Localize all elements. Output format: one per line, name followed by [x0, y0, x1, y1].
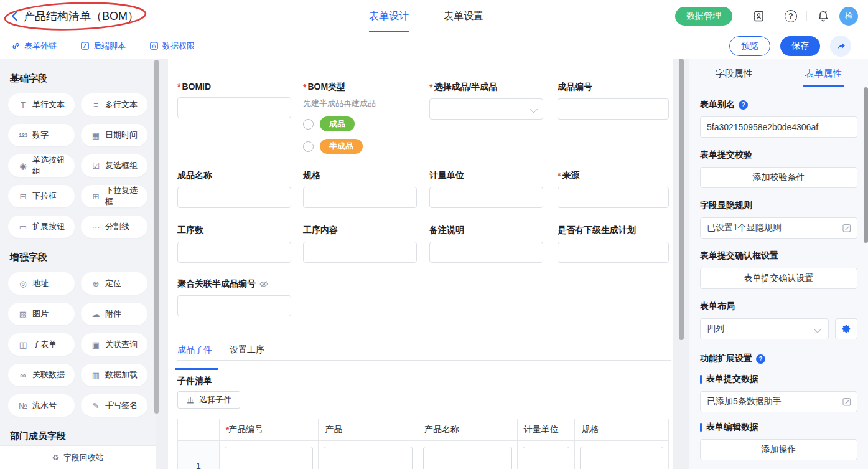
spec-cell-input[interactable] — [580, 447, 663, 469]
back-button[interactable] — [9, 9, 22, 23]
spec-input[interactable] — [303, 187, 417, 208]
sidebar-item-divider-line[interactable]: ⋯分割线 — [81, 216, 147, 238]
help-icon[interactable]: ? — [785, 10, 797, 22]
code-script-icon — [80, 41, 90, 50]
product-code-cell-input[interactable] — [225, 447, 314, 469]
data-manage-button[interactable]: 数据管理 — [675, 7, 732, 26]
save-button[interactable]: 保存 — [780, 36, 820, 56]
field-process-count[interactable]: 工序数 — [177, 225, 291, 263]
submit-check-label: 表单提交校验 — [700, 149, 857, 161]
sidebar-item-radio-group[interactable]: ◉单选按钮组 — [8, 154, 75, 177]
multi-line-text-icon: ≡ — [91, 100, 101, 110]
sidebar-item-select[interactable]: ⊟下拉框 — [8, 185, 75, 207]
contact-book-icon[interactable] — [752, 9, 765, 23]
sidebar-item-linked-data[interactable]: ∞关联数据 — [8, 364, 75, 386]
field-recycle-bin[interactable]: ♻ 字段回收站 — [0, 445, 156, 469]
field-aggregate-code[interactable]: 聚合关联半成品编号 — [177, 278, 291, 316]
tab-form-settings[interactable]: 表单设置 — [444, 0, 483, 32]
form-canvas: *BOMID *BOM类型 先建半成品再建成品 成品 半成品 *选择成品/半成品 — [168, 59, 673, 469]
sidebar-item-datetime[interactable]: ▦日期时间 — [81, 124, 147, 146]
field-product-code[interactable]: 成品编号 — [558, 82, 669, 120]
sidebar-item-single-line-text[interactable]: T单行文本 — [8, 93, 75, 116]
select-product-dropdown[interactable] — [429, 98, 543, 120]
backend-script-button[interactable]: 后端脚本 — [80, 40, 126, 52]
sidebar-item-multi-line-text[interactable]: ≡多行文本 — [81, 93, 147, 116]
add-operation-button[interactable]: 添加操作 — [700, 439, 857, 460]
field-has-sub-plan[interactable]: 是否有下级生成计划 — [558, 225, 669, 263]
sidebar-item-extend-button[interactable]: ▭扩展按钮 — [8, 216, 75, 238]
field-bomid[interactable]: *BOMID — [177, 82, 291, 118]
sidebar-item-lookup[interactable]: ▣关联查询 — [81, 333, 147, 356]
sidebar-item-checkbox-group[interactable]: ☑复选框组 — [81, 154, 147, 177]
layout-gear-button[interactable] — [835, 318, 857, 339]
panel-scrollbar[interactable] — [864, 87, 868, 243]
sidebar-item-signature[interactable]: ✎手写签名 — [81, 394, 147, 417]
source-input[interactable] — [558, 187, 669, 208]
user-avatar[interactable]: 检 — [839, 7, 858, 26]
external-link-button[interactable]: 表单外链 — [11, 40, 57, 52]
product-cell-input[interactable] — [324, 447, 413, 469]
form-alias-input[interactable]: 5fa302150958e2b0de4306af — [700, 116, 857, 138]
field-remark[interactable]: 备注说明 — [429, 225, 543, 263]
sidebar-item-label: 复选框组 — [105, 160, 138, 171]
bom-type-option-semi-finished[interactable]: 半成品 — [303, 139, 417, 154]
radio-icon[interactable] — [303, 119, 314, 130]
field-source[interactable]: *来源 — [558, 170, 669, 208]
page-title[interactable]: 产品结构清单（BOM） — [24, 9, 139, 26]
product-code-input[interactable] — [558, 98, 669, 120]
notification-bell-icon[interactable] — [816, 9, 830, 23]
data-permission-button[interactable]: 数据权限 — [149, 40, 195, 52]
tab-finished-components[interactable]: 成品子件 — [177, 344, 212, 361]
tab-set-process[interactable]: 设置工序 — [230, 344, 264, 361]
bom-type-option-finished[interactable]: 成品 — [303, 116, 417, 131]
unit-input[interactable] — [429, 187, 543, 208]
sidebar-item-image[interactable]: ▨图片 — [8, 303, 75, 325]
backend-script-label: 后端脚本 — [93, 40, 126, 52]
sidebar-item-attachment[interactable]: ☁附件 — [81, 303, 147, 325]
process-count-input[interactable] — [177, 242, 291, 263]
field-product-name[interactable]: 成品名称 — [177, 170, 291, 208]
share-button[interactable] — [830, 36, 851, 57]
sidebar-item-serial-number[interactable]: №流水号 — [8, 394, 75, 417]
canvas-scrollbar[interactable] — [679, 59, 684, 340]
column-unit: 计量单位 — [518, 419, 576, 440]
field-select-product[interactable]: *选择成品/半成品 — [429, 82, 543, 120]
tab-form-design[interactable]: 表单设计 — [369, 0, 409, 32]
remark-input[interactable] — [429, 242, 543, 263]
has-sub-plan-input[interactable] — [558, 242, 669, 263]
sidebar-item-multi-select[interactable]: ⊞下拉复选框 — [81, 185, 147, 207]
field-process-content[interactable]: 工序内容 — [303, 225, 417, 263]
bomid-input[interactable] — [177, 97, 291, 118]
divider — [775, 11, 775, 21]
edit-icon[interactable] — [842, 223, 852, 233]
preview-button[interactable]: 预览 — [729, 36, 770, 56]
sidebar-scrollbar[interactable] — [154, 60, 159, 414]
tag-semi-finished-product: 半成品 — [320, 139, 363, 154]
toolbar-links: 表单外链 后端脚本 数据权限 — [11, 32, 195, 59]
product-name-cell-input[interactable] — [423, 447, 512, 469]
product-name-input[interactable] — [177, 187, 291, 208]
sidebar-item-data-load[interactable]: ▥数据加载 — [81, 364, 147, 386]
unit-cell-input[interactable] — [523, 447, 570, 469]
sidebar-item-subform[interactable]: ◫子表单 — [8, 333, 75, 356]
visibility-rule-value[interactable]: 已设置1个显隐规则 — [700, 217, 857, 239]
sidebar-item-number[interactable]: 123数字 — [8, 124, 75, 146]
submit-data-value[interactable]: 已添加5条数据助手 — [700, 391, 857, 412]
layout-select[interactable]: 四列 — [700, 318, 829, 339]
select-component-button[interactable]: 选择子件 — [177, 391, 240, 409]
submit-confirm-settings-button[interactable]: 表单提交确认设置 — [700, 268, 857, 289]
process-content-input[interactable] — [303, 242, 417, 263]
sidebar-item-locate[interactable]: ⊕定位 — [81, 272, 147, 295]
field-unit[interactable]: 计量单位 — [429, 170, 543, 208]
tab-form-properties[interactable]: 表单属性 — [779, 59, 868, 87]
edit-icon[interactable] — [842, 397, 852, 407]
radio-icon[interactable] — [303, 141, 314, 152]
help-icon[interactable]: ? — [756, 354, 765, 364]
sidebar-item-address[interactable]: ◎地址 — [8, 272, 75, 295]
tab-field-properties[interactable]: 字段属性 — [689, 59, 779, 87]
field-bom-type[interactable]: *BOM类型 先建半成品再建成品 成品 半成品 — [303, 82, 417, 154]
field-spec[interactable]: 规格 — [303, 170, 417, 208]
aggregate-code-input[interactable] — [177, 295, 291, 316]
add-check-condition-button[interactable]: 添加校验条件 — [700, 167, 857, 188]
help-icon[interactable]: ? — [739, 100, 748, 110]
